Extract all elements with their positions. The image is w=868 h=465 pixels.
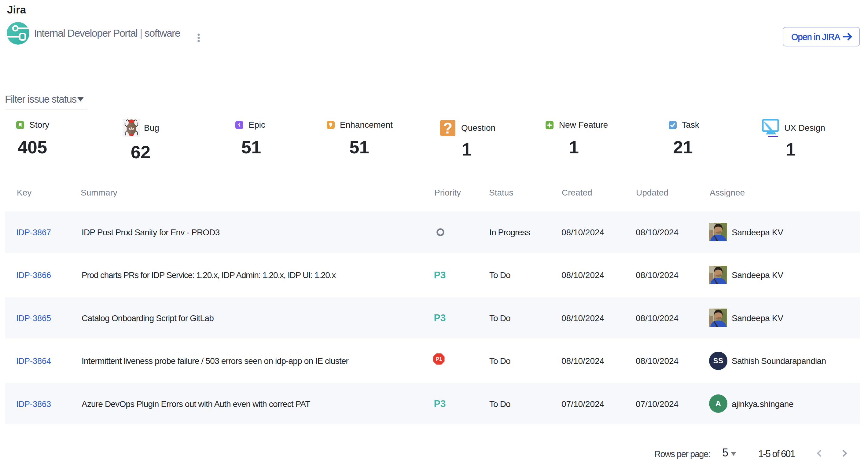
svg-text:P1: P1 [436, 357, 442, 362]
svg-text:</>: </> [128, 127, 134, 131]
svg-text:?: ? [443, 120, 452, 136]
